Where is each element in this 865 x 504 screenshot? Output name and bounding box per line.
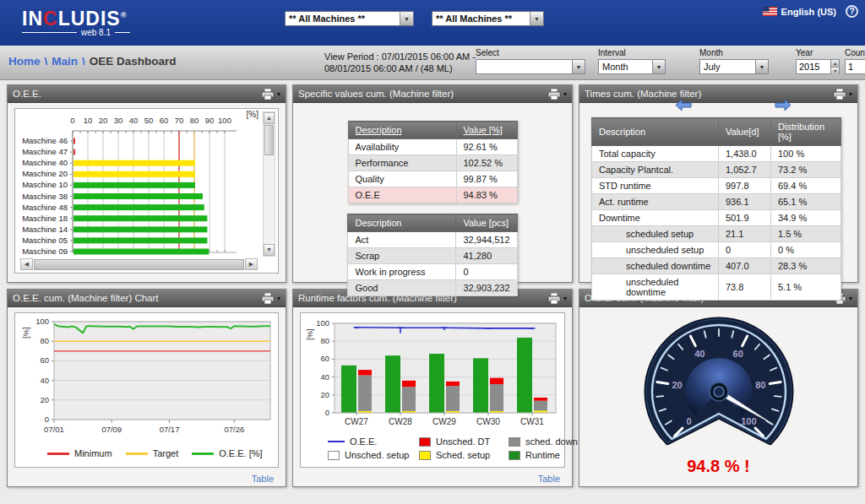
year-up-button[interactable]: ▲ bbox=[831, 60, 839, 68]
print-button[interactable]: ▾ bbox=[833, 89, 852, 100]
select-label: Select bbox=[476, 48, 585, 57]
table-cell: 0 % bbox=[771, 242, 841, 258]
dropdown-arrow-icon[interactable]: ▼ bbox=[400, 12, 413, 25]
svg-text:20: 20 bbox=[320, 390, 329, 399]
svg-text:20: 20 bbox=[672, 380, 682, 390]
oee-line-chart-box: 020406080100[%]07/0107/0907/1707/26 Mini… bbox=[14, 312, 279, 468]
svg-text:0: 0 bbox=[325, 408, 329, 417]
legend-label: Runtime bbox=[525, 450, 560, 460]
legend-item: Unsched. setup bbox=[328, 450, 419, 460]
table-cell: Capacity Plantcal. bbox=[592, 162, 719, 178]
svg-text:Maschine 05: Maschine 05 bbox=[22, 236, 68, 245]
svg-text:60: 60 bbox=[40, 355, 49, 365]
dropdown-arrow-icon[interactable]: ▼ bbox=[755, 60, 768, 73]
table-link[interactable]: Table bbox=[538, 474, 560, 484]
legend-swatch bbox=[328, 451, 340, 460]
machine-filter-dropdown-2[interactable]: ** All Machines ** ▼ bbox=[432, 11, 544, 26]
scroll-up-arrow[interactable]: ▲ bbox=[264, 112, 275, 124]
horizontal-scroll-thumb[interactable] bbox=[34, 259, 244, 270]
breadcrumb-separator: \ bbox=[78, 55, 90, 68]
vertical-scroll-thumb[interactable] bbox=[264, 125, 274, 155]
legend-item: Unsched. DT bbox=[419, 436, 509, 447]
table-cell: 0 bbox=[719, 242, 771, 258]
legend-swatch bbox=[47, 453, 69, 455]
print-menu-caret-icon[interactable]: ▾ bbox=[849, 90, 852, 98]
print-menu-caret-icon[interactable]: ▾ bbox=[277, 90, 280, 98]
dropdown-arrow-icon[interactable]: ▼ bbox=[652, 60, 665, 73]
month-dropdown[interactable]: July ▼ bbox=[699, 59, 769, 74]
horizontal-scrollbar[interactable]: ◀ ▶ bbox=[20, 258, 258, 270]
table-row: scheduled downtime407.028.3 % bbox=[592, 258, 841, 274]
panel-header: O.E.E. cum. (Machine filter) Chart ▾ bbox=[8, 290, 286, 307]
scroll-left-arrow[interactable]: ◀ bbox=[20, 258, 33, 270]
panel-specific-values: Specific values cum. (Machine filter) ▾ … bbox=[292, 84, 573, 283]
table-cell: 100 % bbox=[771, 146, 841, 162]
svg-text:0: 0 bbox=[70, 116, 74, 125]
table-cell: 21.1 bbox=[719, 226, 771, 242]
table-cell: Downtime bbox=[592, 210, 719, 226]
year-down-button[interactable]: ▼ bbox=[831, 68, 839, 74]
print-button[interactable]: ▾ bbox=[261, 293, 280, 304]
svg-text:20: 20 bbox=[99, 116, 108, 125]
panel-body: Description Value [%] Availability92.61 … bbox=[293, 103, 572, 296]
column-header[interactable]: Description bbox=[348, 122, 456, 139]
breadcrumb-filter-bar: Home\Main\OEE Dashboard View Period : 07… bbox=[0, 46, 865, 80]
table-row: Good32,903,232 bbox=[348, 280, 517, 296]
panel-oee-machines: O.E.E. ▾ 0102030405060708090100[%]Maschi… bbox=[7, 84, 286, 283]
print-menu-caret-icon[interactable]: ▾ bbox=[563, 90, 567, 98]
table-cell: 94.83 % bbox=[456, 187, 517, 203]
svg-text:100: 100 bbox=[741, 416, 756, 426]
count-spinner: ▲▼ bbox=[845, 59, 865, 74]
svg-text:40: 40 bbox=[40, 376, 49, 385]
table-cell: 28.3 % bbox=[771, 258, 841, 274]
year-input[interactable] bbox=[797, 60, 830, 73]
legend-swatch bbox=[419, 437, 431, 447]
table-row: Performance102.52 % bbox=[348, 155, 517, 171]
legend-item: Sched. setup bbox=[419, 450, 509, 460]
svg-text:0: 0 bbox=[686, 416, 691, 426]
scroll-down-arrow[interactable]: ▼ bbox=[264, 244, 275, 256]
panel-times: Times cum. (Machine filter) ▾ Descriptio… bbox=[579, 84, 858, 283]
print-button[interactable]: ▾ bbox=[261, 89, 280, 100]
table-cell: Performance bbox=[348, 155, 456, 171]
count-input[interactable] bbox=[846, 60, 865, 73]
breadcrumb-home-link[interactable]: Home bbox=[8, 55, 41, 68]
svg-text:CW29: CW29 bbox=[432, 417, 456, 426]
panel-oee-gauge: O.E.E. cum. (Machine filter) ▾ 020406080… bbox=[579, 289, 858, 487]
month-label: Month bbox=[699, 48, 769, 57]
dropdown-arrow-icon[interactable]: ▼ bbox=[530, 12, 543, 25]
specific-values-percent-table: Description Value [%] Availability92.61 … bbox=[348, 121, 518, 203]
scroll-right-arrow[interactable]: ▶ bbox=[245, 258, 258, 270]
column-header: Description bbox=[592, 118, 719, 146]
language-selector[interactable]: English (US) ? bbox=[763, 5, 858, 18]
svg-text:20: 20 bbox=[40, 395, 49, 404]
breadcrumb-main-link[interactable]: Main bbox=[52, 55, 78, 68]
svg-text:80: 80 bbox=[320, 336, 329, 345]
select-dropdown[interactable]: ▼ bbox=[476, 59, 585, 74]
machine-filter-1-value: ** All Machines ** bbox=[286, 12, 400, 25]
printer-icon bbox=[547, 89, 561, 100]
interval-dropdown[interactable]: Month ▼ bbox=[598, 59, 666, 74]
vertical-scrollbar[interactable]: ▲ ▼ bbox=[263, 111, 275, 257]
table-cell: 407.0 bbox=[719, 258, 771, 274]
column-header[interactable]: Value [%] bbox=[456, 122, 517, 139]
table-link[interactable]: Table bbox=[252, 474, 274, 484]
svg-text:10: 10 bbox=[84, 116, 93, 125]
column-header: Value[d] bbox=[719, 118, 771, 146]
interval-label: Interval bbox=[598, 48, 666, 57]
count-label: Count bbox=[845, 48, 865, 57]
panel-body: 0102030405060708090100[%]Maschine 46Masc… bbox=[8, 103, 286, 282]
panel-title: O.E.E. bbox=[13, 89, 261, 99]
svg-text:40: 40 bbox=[320, 372, 329, 382]
print-menu-caret-icon[interactable]: ▾ bbox=[277, 295, 280, 302]
help-icon[interactable]: ? bbox=[846, 5, 858, 18]
printer-icon bbox=[261, 89, 275, 100]
dropdown-arrow-icon[interactable]: ▼ bbox=[572, 60, 585, 73]
gauge-value-label: 94.8 % ! bbox=[579, 457, 857, 476]
print-button[interactable]: ▾ bbox=[547, 89, 567, 100]
legend-label: O.E.E. [%] bbox=[219, 448, 262, 458]
panel-title: Times cum. (Machine filter) bbox=[585, 89, 833, 99]
machine-filter-dropdown-1[interactable]: ** All Machines ** ▼ bbox=[285, 11, 414, 26]
svg-text:Maschine 40: Maschine 40 bbox=[22, 158, 68, 167]
legend-item: O.E.E. [%] bbox=[192, 448, 262, 458]
